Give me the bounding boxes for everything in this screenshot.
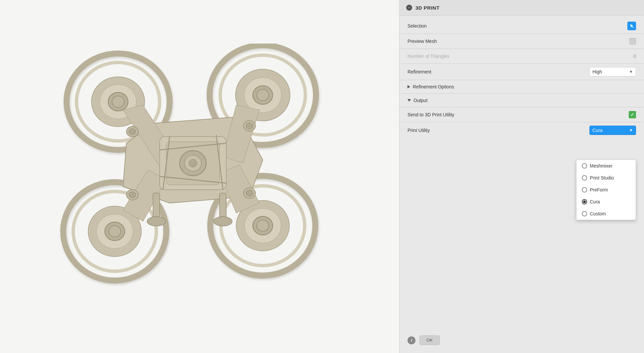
print-utility-dropdown[interactable]: Cura ▼ — [589, 126, 636, 135]
svg-point-49 — [246, 190, 253, 196]
refinement-dropdown[interactable]: High ▼ — [589, 67, 636, 76]
svg-point-33 — [189, 159, 197, 167]
dropdown-item-custom[interactable]: Custom — [576, 208, 636, 220]
svg-point-41 — [214, 217, 232, 226]
output-label: Output — [413, 98, 427, 103]
panel-header: − 3D PRINT — [400, 0, 644, 16]
selection-checkbox[interactable] — [627, 22, 636, 30]
dropdown-item-preform-label: PreForm — [590, 187, 608, 192]
svg-point-47 — [129, 192, 136, 198]
refinement-row: Refinement High ▼ — [400, 64, 644, 80]
svg-point-11 — [257, 89, 269, 101]
selection-label: Selection — [407, 23, 427, 29]
radio-meshmixer — [582, 163, 587, 169]
number-of-triangles-value: 0 — [633, 54, 636, 59]
svg-marker-50 — [630, 24, 634, 28]
dropdown-item-meshmixer[interactable]: Meshmixer — [576, 160, 636, 172]
number-of-triangles-label: Number of Triangles — [407, 54, 449, 59]
svg-point-5 — [112, 96, 124, 107]
panel-bottom-bar: i OK — [407, 335, 636, 345]
radio-preform — [582, 187, 587, 192]
dropdown-item-print-studio[interactable]: Print Studio — [576, 172, 636, 184]
svg-rect-38 — [153, 193, 160, 220]
print-utility-dropdown-arrow: ▼ — [629, 128, 633, 133]
radio-cura — [582, 199, 587, 204]
info-icon[interactable]: i — [407, 336, 415, 344]
dropdown-item-cura[interactable]: Cura — [576, 196, 636, 208]
svg-point-23 — [257, 220, 269, 231]
radio-cura-dot — [583, 200, 586, 203]
svg-point-17 — [109, 226, 121, 237]
svg-point-43 — [129, 129, 136, 135]
drone-model: .drone-body { fill: #d4cdb8; stroke: #a0… — [50, 44, 349, 309]
svg-point-45 — [246, 123, 253, 129]
output-section-row[interactable]: Output — [400, 94, 644, 107]
dropdown-item-print-studio-label: Print Studio — [590, 175, 614, 180]
dropdown-item-custom-label: Custom — [590, 211, 606, 216]
canvas-area: .drone-body { fill: #d4cdb8; stroke: #a0… — [0, 0, 399, 353]
send-to-3d-checkbox[interactable] — [629, 111, 636, 118]
preview-mesh-row: Preview Mesh — [400, 34, 644, 49]
panel-collapse-icon[interactable]: − — [406, 5, 412, 11]
print-utility-label: Print Utility — [407, 128, 430, 133]
refinement-dropdown-value: High — [592, 69, 626, 74]
refinement-options-expand-icon — [407, 85, 410, 88]
refinement-dropdown-arrow: ▼ — [629, 69, 633, 74]
print-utility-dropdown-value: Cura — [592, 128, 626, 133]
output-expand-icon — [407, 99, 411, 102]
radio-print-studio — [582, 175, 587, 180]
dropdown-item-cura-label: Cura — [590, 199, 600, 204]
ok-button[interactable]: OK — [419, 335, 440, 345]
selection-row: Selection — [400, 18, 644, 34]
svg-point-40 — [147, 217, 166, 226]
3d-print-panel: − 3D PRINT Selection Preview Mesh Number… — [399, 0, 644, 353]
send-to-3d-label: Send to 3D Print Utility — [407, 112, 454, 117]
print-utility-row: Print Utility Cura ▼ — [400, 122, 644, 138]
preview-mesh-checkbox[interactable] — [629, 38, 636, 45]
refinement-options-row[interactable]: Refinement Options — [400, 80, 644, 93]
dropdown-item-meshmixer-label: Meshmixer — [590, 163, 612, 169]
panel-content: Selection Preview Mesh Number of Triangl… — [400, 16, 644, 141]
refinement-options-label: Refinement Options — [413, 84, 454, 89]
dropdown-item-preform[interactable]: PreForm — [576, 184, 636, 196]
refinement-label: Refinement — [407, 69, 431, 74]
panel-title: 3D PRINT — [415, 5, 439, 11]
svg-rect-39 — [220, 193, 226, 220]
preview-mesh-label: Preview Mesh — [407, 39, 437, 44]
print-utility-dropdown-menu: Meshmixer Print Studio PreForm Cura Cust… — [576, 160, 636, 220]
radio-custom — [582, 211, 587, 216]
send-to-3d-row: Send to 3D Print Utility — [400, 107, 644, 122]
number-of-triangles-row: Number of Triangles 0 — [400, 49, 644, 63]
